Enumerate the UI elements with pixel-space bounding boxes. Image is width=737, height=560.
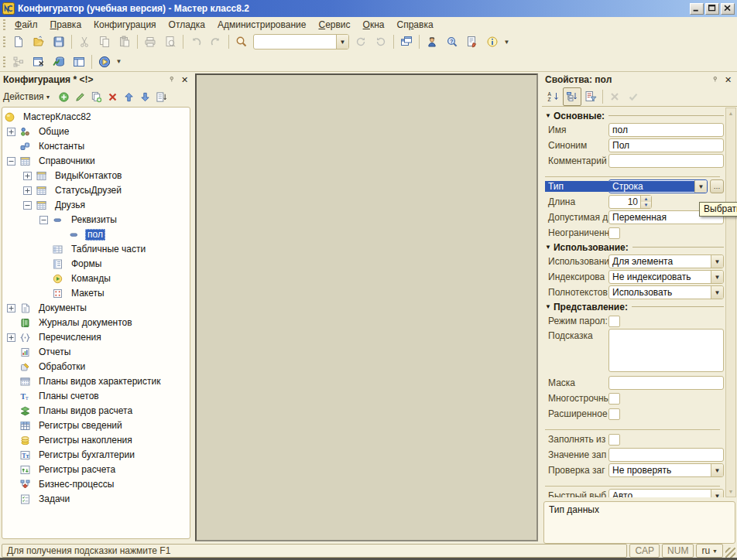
tree-item-reports[interactable]: Отчеты [2,345,190,360]
menu-item-service[interactable]: Сервис [312,19,356,31]
fill-checking-combobox[interactable]: Не проверять▼ [608,463,724,477]
tree-item-root-masterklass82[interactable]: МастерКласс82 [2,110,190,125]
indexing-combobox[interactable]: Не индексировать▼ [608,270,724,284]
tree-item-attribute-pol[interactable]: пол [2,227,190,242]
tree-item-attributes[interactable]: Реквизиты [2,213,190,227]
category-section-main[interactable]: ▼Основные: [545,109,724,122]
chevron-down-icon[interactable]: ▼ [711,490,723,497]
configurator-user-button[interactable] [422,32,442,51]
multiline-checkbox[interactable] [608,393,620,405]
tree-item-charts-of-characteristic-types[interactable]: Планы видов характеристик [2,374,190,389]
tree-item-charts-of-calculation-types[interactable]: Планы видов расчета [2,404,190,418]
chevron-down-icon[interactable]: ▼ [711,286,723,299]
search-input[interactable] [254,35,336,49]
cut-button[interactable] [74,32,94,51]
expand-icon[interactable] [23,186,32,195]
tree-item-documents[interactable]: Документы [2,301,190,316]
menubar-grip-handle[interactable] [3,19,5,30]
tooltip-text-textarea[interactable] [608,329,724,372]
tree-item-information-registers[interactable]: Регистры сведений [2,418,190,433]
debug-options-caret[interactable]: ▼ [115,53,123,70]
toolbar-options-caret[interactable]: ▼ [502,33,511,50]
actions-menu-button[interactable]: Действия [3,91,44,102]
print-preview-button[interactable] [160,32,180,51]
start-debugging-button[interactable] [94,53,115,71]
tree-item-calculation-registers[interactable]: Регистры расчета [2,463,190,477]
group-by-categories-button[interactable] [563,87,581,106]
update-db-config-button[interactable] [49,53,69,71]
category-section-presentation[interactable]: ▼Представление: [545,300,724,313]
config-check-button[interactable] [29,53,49,71]
tree-item-common[interactable]: Общие [2,125,190,139]
config-interface-button[interactable] [69,53,89,71]
pin-icon[interactable] [711,74,722,86]
menu-item-administration[interactable]: Администрирование [211,19,312,31]
paste-button[interactable] [115,32,135,51]
move-down-button[interactable] [137,89,153,104]
tree-item-catalogs[interactable]: Справочники [2,154,190,169]
comment-input[interactable] [608,154,724,168]
actions-caret-icon[interactable]: ▼ [46,94,51,100]
toolbar2-grip-handle[interactable] [3,56,5,67]
menu-item-configuration[interactable]: Конфигурация [87,19,163,31]
use-combobox[interactable]: Для элемента▼ [608,254,724,268]
menu-item-edit[interactable]: Правка [44,19,88,31]
chevron-down-icon[interactable]: ▼ [711,271,723,283]
tree-item-accounting-registers[interactable]: TтРегистры бухгалтерии [2,448,190,463]
fill-from-checkbox[interactable] [608,434,620,446]
expand-icon[interactable] [7,304,15,312]
search-button[interactable] [231,32,252,51]
tree-item-catalog-statusydruzey[interactable]: СтатусыДрузей [2,183,190,198]
find-object-button[interactable]: ? [442,32,462,51]
close-button[interactable] [721,3,735,15]
menu-item-help[interactable]: Справка [390,19,439,31]
name-input[interactable]: пол [608,123,724,137]
spin-up-icon[interactable]: ▲ [641,196,651,202]
info-button[interactable] [482,32,502,51]
tree-item-tasks[interactable]: Задачи [2,492,190,507]
filter-button[interactable] [581,87,600,106]
tree-item-constants[interactable]: Константы [2,139,190,154]
tree-item-enums[interactable]: Перечисления [2,330,190,345]
undo-button[interactable] [186,32,206,51]
chevron-down-icon[interactable]: ▼ [336,35,348,49]
fill-value-input[interactable] [608,448,724,462]
sort-alphabetical-button[interactable]: AZ [544,87,563,106]
quick-choice-combobox[interactable]: Авто▼ [608,489,724,497]
resize-grip[interactable] [725,548,735,558]
expand-icon[interactable] [7,128,15,136]
tree-item-charts-of-accounts[interactable]: TтПланы счетов [2,389,190,404]
length-spinner[interactable]: 10▲▼ [608,195,652,209]
find-previous-button[interactable] [371,32,391,51]
properties-scrollbar[interactable]: ▲ ▼ [725,108,736,497]
move-up-button[interactable] [121,89,137,104]
maximize-button[interactable] [705,3,719,15]
discard-changes-button[interactable] [605,87,624,106]
apply-changes-button[interactable] [624,87,643,106]
extended-edit-checkbox[interactable] [608,408,620,420]
mask-input[interactable] [608,376,724,390]
type-combobox[interactable]: Строка▼ [608,179,708,193]
tree-item-forms[interactable]: Формы [2,257,190,271]
collapse-icon[interactable] [23,201,32,210]
sort-list-button[interactable] [153,89,170,104]
close-icon[interactable]: ✕ [179,74,190,86]
menu-item-debug[interactable]: Отладка [163,19,211,31]
collapse-icon[interactable] [39,216,48,224]
minimize-button[interactable] [690,3,704,15]
scroll-up-icon[interactable]: ▲ [726,108,735,118]
tree-item-catalog-druzya[interactable]: Друзья [2,198,190,213]
search-combobox[interactable]: ▼ [253,34,349,50]
tree-item-commands[interactable]: Команды [2,271,190,286]
copy-button[interactable] [94,32,115,51]
scroll-down-icon[interactable]: ▼ [726,487,735,497]
expand-icon[interactable] [23,172,32,180]
copy-add-button[interactable] [88,89,105,104]
tree-item-catalog-vidykontaktov[interactable]: ВидыКонтактов [2,169,190,183]
password-mode-checkbox[interactable] [608,316,620,327]
collapse-icon[interactable] [7,157,15,166]
delete-button[interactable] [105,89,121,104]
chevron-down-icon[interactable]: ▼ [711,464,723,476]
config-hierarchy-button[interactable] [9,53,29,71]
language-selector[interactable]: ru▼ [696,544,723,558]
